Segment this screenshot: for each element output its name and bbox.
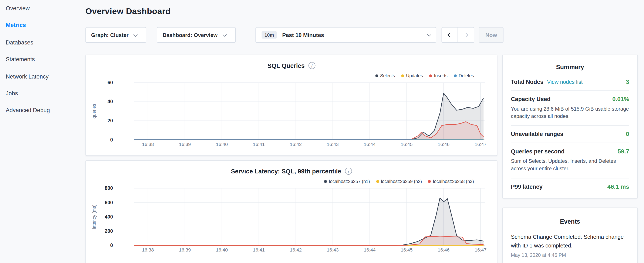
chevron-down-icon	[222, 32, 226, 36]
svg-text:16:39: 16:39	[179, 247, 191, 252]
graph-dropdown[interactable]: Graph: Cluster	[86, 27, 146, 43]
svg-text:16:47: 16:47	[475, 142, 487, 147]
graph-dropdown-label: Graph: Cluster	[91, 32, 129, 38]
time-nav-buttons	[442, 27, 474, 43]
summary-label: P99 latency	[511, 183, 542, 190]
svg-text:60: 60	[107, 80, 113, 85]
sql-queries-chart-card: SQL Queries i SelectsUpdatesInsertsDelet…	[86, 55, 497, 156]
summary-label: Capacity Used	[511, 96, 550, 102]
svg-text:16:47: 16:47	[475, 247, 487, 252]
summary-value: 3	[626, 79, 629, 85]
view-nodes-list-link[interactable]: View nodes list	[547, 79, 582, 85]
sidebar-item-advanced-debug[interactable]: Advanced Debug	[6, 107, 86, 124]
summary-row-queries-per-second: Queries per second 59.7 Sum of Selects, …	[511, 143, 629, 178]
now-button[interactable]: Now	[479, 27, 504, 43]
svg-text:400: 400	[105, 214, 113, 220]
events-panel: Events Schema Change Completed: Schema c…	[502, 208, 638, 263]
svg-text:0: 0	[110, 137, 113, 143]
summary-row-unavailable-ranges: Unavailable ranges 0	[511, 126, 629, 143]
svg-text:queries: queries	[92, 104, 97, 119]
svg-text:600: 600	[105, 200, 113, 205]
svg-text:16:41: 16:41	[253, 247, 265, 252]
chevron-left-icon	[447, 33, 452, 37]
summary-row-p99-latency: P99 latency 46.1 ms	[511, 178, 629, 195]
chart-plot[interactable]: 020040060080016:3816:3916:4016:4116:4216…	[86, 161, 497, 263]
summary-description: You are using 28.6 MiB of 515.9 GiB usab…	[511, 105, 629, 120]
svg-text:16:44: 16:44	[364, 247, 376, 252]
page-title: Overview Dashboard	[86, 6, 171, 16]
chevron-down-icon	[134, 32, 138, 36]
svg-text:800: 800	[105, 185, 113, 191]
svg-text:16:43: 16:43	[327, 142, 339, 147]
summary-value: 46.1 ms	[608, 183, 629, 190]
svg-text:20: 20	[107, 118, 113, 123]
svg-text:16:42: 16:42	[290, 142, 302, 147]
svg-text:16:39: 16:39	[179, 142, 191, 147]
svg-text:16:38: 16:38	[142, 247, 154, 252]
sidebar-item-metrics[interactable]: Metrics	[6, 22, 86, 39]
svg-text:16:38: 16:38	[142, 142, 154, 147]
sidebar: Overview Metrics Databases Statements Ne…	[0, 0, 86, 263]
summary-value: 59.7	[618, 148, 629, 155]
dashboard-controls: Graph: Cluster Dashboard: Overview 10m P…	[86, 27, 504, 43]
time-range-label: Past 10 Minutes	[282, 32, 324, 38]
chevron-right-icon	[464, 33, 468, 37]
sidebar-item-overview[interactable]: Overview	[6, 5, 86, 22]
sidebar-item-jobs[interactable]: Jobs	[6, 90, 86, 107]
sidebar-item-databases[interactable]: Databases	[6, 39, 86, 56]
svg-text:16:40: 16:40	[216, 142, 228, 147]
summary-label: Unavailable ranges	[511, 131, 564, 137]
time-next-button[interactable]	[458, 27, 474, 43]
time-range-selector[interactable]: 10m Past 10 Minutes	[256, 27, 436, 43]
svg-text:16:45: 16:45	[401, 247, 413, 252]
svg-text:16:40: 16:40	[216, 247, 228, 252]
summary-row-total-nodes: Total Nodes View nodes list 3	[511, 74, 629, 91]
svg-text:0: 0	[110, 242, 113, 248]
svg-text:16:46: 16:46	[438, 142, 450, 147]
event-timestamp: May 13, 2020 at 4:45 PM	[511, 252, 629, 258]
svg-text:40: 40	[107, 99, 113, 105]
event-message: Schema Change Completed: Schema change w…	[511, 233, 629, 250]
summary-value: 0	[626, 131, 629, 137]
service-latency-chart-card: Service Latency: SQL, 99th percentile i …	[86, 160, 497, 263]
dashboard-dropdown-label: Dashboard: Overview	[163, 32, 218, 38]
dashboard-dropdown[interactable]: Dashboard: Overview	[157, 27, 236, 43]
time-prev-button[interactable]	[442, 27, 458, 43]
summary-row-capacity-used: Capacity Used 0.01% You are using 28.6 M…	[511, 91, 629, 126]
svg-text:16:42: 16:42	[290, 247, 302, 252]
sidebar-item-network-latency[interactable]: Network Latency	[6, 73, 86, 90]
chart-plot[interactable]: 020406016:3816:3916:4016:4116:4216:4316:…	[86, 55, 497, 154]
summary-title: Summary	[511, 62, 629, 74]
svg-text:16:43: 16:43	[327, 247, 339, 252]
svg-text:latency (ms): latency (ms)	[92, 204, 97, 229]
summary-label: Queries per second	[511, 148, 565, 155]
svg-text:16:46: 16:46	[438, 247, 450, 252]
app: Overview Metrics Databases Statements Ne…	[0, 0, 644, 263]
svg-text:16:45: 16:45	[401, 142, 413, 147]
time-range-badge: 10m	[262, 31, 277, 39]
summary-value: 0.01%	[612, 96, 629, 102]
svg-text:200: 200	[105, 228, 113, 234]
chevron-down-icon	[427, 32, 431, 36]
summary-label: Total Nodes	[511, 79, 544, 85]
summary-description: Sum of Selects, Updates, Inserts, and De…	[511, 157, 629, 172]
event-item[interactable]: Schema Change Completed: Schema change w…	[511, 233, 629, 258]
svg-text:16:44: 16:44	[364, 142, 376, 147]
summary-panel: Summary Total Nodes View nodes list 3 Ca…	[502, 55, 638, 198]
sidebar-item-statements[interactable]: Statements	[6, 56, 86, 73]
events-title: Events	[511, 216, 629, 228]
svg-text:16:41: 16:41	[253, 142, 265, 147]
